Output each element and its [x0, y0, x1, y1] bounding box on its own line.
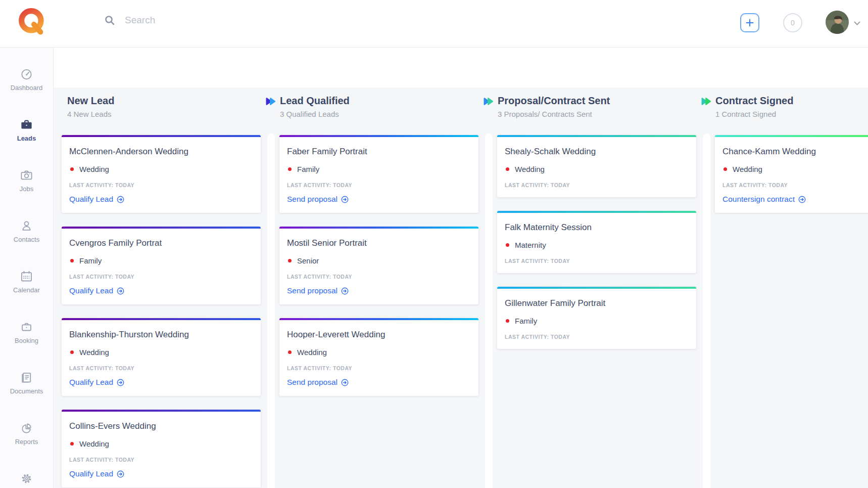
tag-dot-icon — [506, 167, 509, 171]
card-tag: Family — [288, 165, 470, 173]
avatar[interactable] — [826, 11, 849, 34]
card-action-link[interactable]: Send proposal — [287, 286, 470, 295]
sidebar-item-reports[interactable]: Reports — [0, 421, 53, 472]
card-action-link[interactable]: Send proposal — [287, 378, 470, 387]
column-divider — [267, 134, 275, 488]
last-activity-label: LAST ACTIVITY: TODAY — [287, 274, 470, 280]
top-bar: 0 — [0, 0, 868, 48]
kanban-board: New Lead 4 New Leads McClennen-Anderson … — [54, 87, 868, 488]
tag-dot-icon — [70, 259, 74, 262]
tag-label: Family — [515, 317, 537, 325]
search-icon — [104, 14, 116, 26]
fast-forward-icon — [483, 97, 494, 106]
last-activity-label: LAST ACTIVITY: TODAY — [69, 182, 253, 188]
tag-label: Wedding — [79, 348, 109, 357]
card-tag: Wedding — [70, 348, 253, 357]
column-header: Lead Qualified 3 Qualified Leads — [265, 95, 464, 119]
lead-card[interactable]: Shealy-Schalk Wedding Wedding LAST ACTIV… — [497, 135, 696, 197]
column-header-text: New Lead 4 New Leads — [67, 95, 114, 119]
leads-briefcase-icon — [20, 118, 33, 131]
card-title: Blankenship-Thurston Wedding — [69, 329, 253, 340]
card-title: Hooper-Leverett Wedding — [287, 329, 470, 340]
last-activity-label: LAST ACTIVITY: TODAY — [505, 182, 688, 188]
fast-forward-icon — [700, 97, 711, 106]
pie-chart-icon — [20, 421, 33, 435]
card-accent-bar — [715, 135, 868, 137]
card-accent-bar — [497, 287, 696, 289]
column-count: 4 New Leads — [67, 110, 114, 119]
card-tag: Maternity — [506, 241, 688, 249]
column-divider — [703, 134, 710, 488]
column-title: New Lead — [67, 95, 114, 107]
card-title: McClennen-Anderson Wedding — [69, 146, 253, 157]
lead-card[interactable]: Cvengros Family Portrat Family LAST ACTI… — [62, 227, 261, 304]
card-accent-bar — [497, 135, 696, 137]
lead-card[interactable]: Chance-Kamm Wedding Wedding LAST ACTIVIT… — [715, 135, 868, 213]
card-list: Faber Family Portrait Family LAST ACTIVI… — [279, 135, 478, 396]
card-tag: Wedding — [288, 348, 470, 357]
sidebar-item-documents[interactable]: Documents — [0, 371, 53, 421]
sidebar-item-contacts[interactable]: Contacts — [0, 219, 53, 270]
card-accent-bar — [279, 135, 478, 137]
card-title: Chance-Kamm Wedding — [722, 146, 868, 157]
tag-dot-icon — [288, 350, 292, 354]
lead-card[interactable]: Hooper-Leverett Wedding Wedding LAST ACT… — [279, 318, 478, 396]
tag-label: Family — [79, 256, 102, 265]
sidebar-item-calendar[interactable]: Calendar — [0, 270, 53, 320]
arrow-circle-right-icon — [798, 196, 806, 203]
column-header-text: Proposal/Contract Sent 3 Proposals/ Cont… — [498, 95, 610, 119]
card-tag: Wedding — [724, 165, 868, 173]
card-action-link[interactable]: Qualify Lead — [69, 195, 253, 204]
lead-card[interactable]: Collins-Evers Wedding Wedding LAST ACTIV… — [62, 410, 261, 487]
lead-card[interactable]: Mostil Senior Portrait Senior LAST ACTIV… — [279, 227, 478, 304]
sidebar-item-settings[interactable]: Settings — [0, 472, 53, 488]
card-title: Shealy-Schalk Wedding — [505, 146, 688, 157]
sidebar-item-booking[interactable]: Booking — [0, 320, 53, 371]
lead-card[interactable]: Blankenship-Thurston Wedding Wedding LAS… — [62, 318, 261, 396]
card-list: Shealy-Schalk Wedding Wedding LAST ACTIV… — [497, 135, 696, 349]
lead-card[interactable]: Faber Family Portrait Family LAST ACTIVI… — [279, 135, 478, 213]
lead-card[interactable]: McClennen-Anderson Wedding Wedding LAST … — [62, 135, 261, 213]
search-bar — [104, 14, 338, 26]
sidebar-item-jobs[interactable]: Jobs — [0, 168, 53, 219]
notification-badge[interactable]: 0 — [783, 13, 802, 32]
card-action-link[interactable]: Countersign contract — [722, 195, 868, 204]
card-accent-bar — [62, 135, 261, 137]
card-tag: Wedding — [70, 165, 253, 173]
last-activity-label: LAST ACTIVITY: TODAY — [69, 365, 253, 371]
lead-card[interactable]: Falk Maternity Session Maternity LAST AC… — [497, 211, 696, 273]
card-action-label: Send proposal — [287, 286, 337, 295]
column-header-text: Contract Signed 1 Contract Signed — [715, 95, 793, 119]
card-action-link[interactable]: Qualify Lead — [69, 378, 253, 387]
lead-card[interactable]: Gillenwater Family Portrait Family LAST … — [497, 287, 696, 349]
sidebar-nav: Dashboard Leads Jobs Contacts Calendar B… — [0, 47, 54, 488]
last-activity-label: LAST ACTIVITY: TODAY — [69, 274, 253, 280]
card-action-link[interactable]: Qualify Lead — [69, 286, 253, 295]
tag-dot-icon — [288, 259, 292, 262]
card-action-label: Send proposal — [287, 195, 337, 204]
last-activity-label: LAST ACTIVITY: TODAY — [505, 334, 688, 340]
card-accent-bar — [279, 318, 478, 320]
arrow-circle-right-icon — [341, 287, 349, 295]
card-tag: Family — [506, 317, 688, 325]
app-logo-q-icon[interactable] — [16, 6, 49, 39]
board-column: New Lead 4 New Leads McClennen-Anderson … — [62, 95, 261, 487]
column-divider — [485, 134, 493, 488]
card-accent-bar — [279, 227, 478, 229]
card-action-link[interactable]: Qualify Lead — [69, 469, 253, 478]
card-title: Falk Maternity Session — [505, 222, 688, 233]
sidebar-item-dashboard[interactable]: Dashboard — [0, 67, 53, 118]
column-header-text: Lead Qualified 3 Qualified Leads — [280, 95, 350, 119]
sidebar-item-leads[interactable]: Leads — [0, 118, 53, 168]
card-list: McClennen-Anderson Wedding Wedding LAST … — [62, 135, 261, 487]
avatar-photo — [826, 11, 849, 34]
chevron-down-icon[interactable] — [854, 21, 860, 26]
search-input[interactable] — [124, 14, 338, 26]
column-header: Proposal/Contract Sent 3 Proposals/ Cont… — [483, 95, 682, 119]
card-action-label: Qualify Lead — [69, 195, 113, 204]
column-header: New Lead 4 New Leads — [62, 95, 261, 119]
calendar-icon — [20, 270, 33, 283]
column-title: Contract Signed — [715, 95, 793, 107]
add-new-button[interactable] — [740, 13, 759, 32]
card-action-link[interactable]: Send proposal — [287, 195, 470, 204]
